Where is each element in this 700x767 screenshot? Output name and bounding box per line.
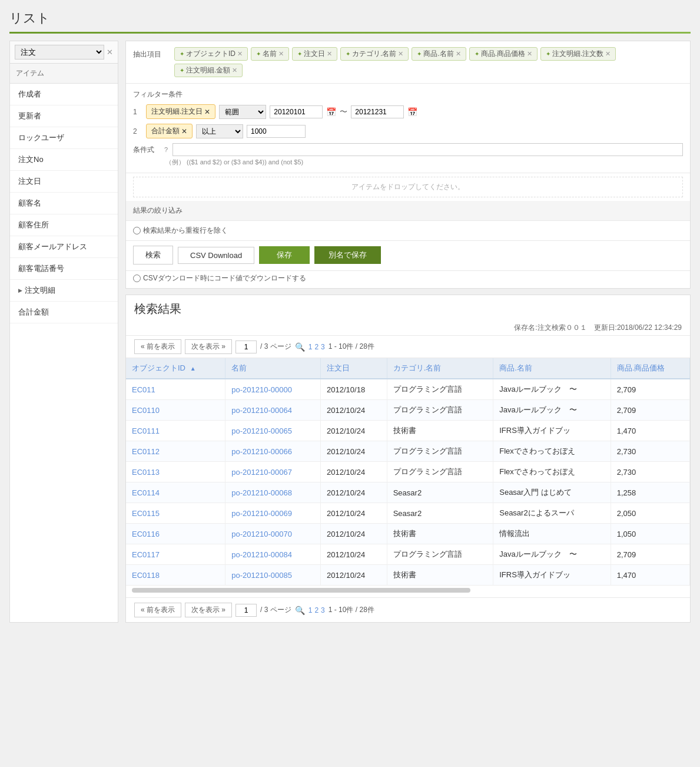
cell-data[interactable]: po-201210-00069 [225,503,321,524]
cell-id[interactable]: EC0117 [126,544,225,565]
cell-data: 1,258 [611,482,689,503]
page-link-bottom-1[interactable]: 1 [308,606,313,614]
condition-help-icon[interactable]: ? [164,146,168,153]
page-link-bottom-3[interactable]: 3 [321,606,325,614]
cell-data[interactable]: po-201210-00085 [225,565,321,586]
sidebar-item-6[interactable]: 顧客住所 [10,214,118,236]
page-link-1[interactable]: 1 [308,343,313,351]
sidebar-item-5[interactable]: 顧客名 [10,193,118,214]
cell-data[interactable]: po-201210-00065 [225,421,321,441]
cell-data: 2,709 [611,400,689,421]
save-button[interactable]: 保存 [259,246,310,264]
col-header-0[interactable]: オブジェクトID ▲ [126,358,225,379]
date-separator-1: 〜 [340,107,347,117]
extract-tag-close-5[interactable]: ✕ [527,50,532,58]
dedup-radio[interactable] [133,227,141,234]
filter-date-from-1[interactable] [270,105,323,118]
sidebar-item-3[interactable]: 注文No [10,149,118,171]
cell-data: 2012/10/24 [321,462,387,482]
filter-value-2[interactable] [247,125,306,138]
sidebar-item-2[interactable]: ロックユーザ [10,127,118,149]
prev-page-button[interactable]: « 前を表示 [134,339,181,354]
cell-data: 2012/10/18 [321,379,387,400]
cell-data: 2012/10/24 [321,565,387,586]
cell-data[interactable]: po-201210-00084 [225,544,321,565]
total-pages: / 3 ページ [260,342,291,352]
cell-data: プログラミング言語 [387,400,493,421]
extract-tag-close-7[interactable]: ✕ [232,67,237,74]
page-link-3[interactable]: 3 [321,343,325,351]
saveas-button[interactable]: 別名で保存 [314,246,381,264]
sidebar-item-4[interactable]: 注文日 [10,171,118,193]
calendar-icon-1[interactable]: 📅 [326,107,336,117]
cell-data: 2012/10/24 [321,503,387,524]
extract-tag-3: ✦ カテゴリ.名前 ✕ [340,47,409,61]
cell-data: Flexでさわっておぼえ [493,462,611,482]
cell-data[interactable]: po-201210-00066 [225,441,321,462]
cell-id[interactable]: EC0113 [126,462,225,482]
extract-tag-star-4: ✦ [417,51,422,57]
search-button[interactable]: 検索 [133,246,173,265]
sidebar-item-8[interactable]: 顧客電話番号 [10,258,118,280]
cell-id[interactable]: EC0116 [126,524,225,544]
cell-data: 技術書 [387,524,493,544]
sidebar: 注文 ✕ アイテム 作成者更新者ロックユーザ注文No注文日顧客名顧客住所顧客メー… [9,41,118,623]
filter-tag-close-1[interactable]: ✕ [204,108,210,116]
dedup-label: 検索結果から重複行を除く [143,226,228,236]
filter-date-to-1[interactable] [351,105,404,118]
cell-id[interactable]: EC0114 [126,482,225,503]
page-input-bottom[interactable] [235,604,257,617]
extract-tag-close-4[interactable]: ✕ [456,50,461,58]
cell-data: Seasar2 [387,482,493,503]
extract-tag-star-3: ✦ [346,51,350,57]
sidebar-item-9[interactable]: 注文明細 [10,280,118,302]
page-link-2[interactable]: 2 [314,343,319,351]
sidebar-item-0[interactable]: 作成者 [10,84,118,105]
sidebar-dropdown-select[interactable]: 注文 [15,45,104,59]
condition-input[interactable] [172,143,683,156]
cell-id[interactable]: EC0112 [126,441,225,462]
extract-tag-close-6[interactable]: ✕ [605,50,611,58]
extract-tag-close-2[interactable]: ✕ [327,50,332,58]
csv-option-radio[interactable] [133,275,141,282]
cell-id[interactable]: EC011 [126,379,225,400]
sidebar-item-7[interactable]: 顧客メールアドレス [10,236,118,258]
dropdown-x-icon[interactable]: ✕ [107,48,113,57]
cell-data[interactable]: po-201210-00068 [225,482,321,503]
cell-id[interactable]: EC0118 [126,565,225,586]
page-input[interactable] [235,340,257,353]
csv-download-button[interactable]: CSV Download [178,247,254,264]
next-page-bottom-button[interactable]: 次を表示 » [185,603,232,617]
filter-type-select-1[interactable]: 範囲 [219,105,266,119]
extract-tag-close-3[interactable]: ✕ [398,50,403,58]
search-icon-bottom[interactable]: 🔍 [295,606,305,615]
search-icon[interactable]: 🔍 [295,342,305,352]
cell-id[interactable]: EC0115 [126,503,225,524]
cell-data[interactable]: po-201210-00067 [225,462,321,482]
cell-id[interactable]: EC0110 [126,400,225,421]
page-link-bottom-2[interactable]: 2 [314,606,319,614]
next-page-button[interactable]: 次を表示 » [185,339,232,354]
col-header-3: カテゴリ.名前 [387,358,493,379]
cell-data[interactable]: po-201210-00000 [225,379,321,400]
sidebar-item-1[interactable]: 更新者 [10,105,118,127]
extract-tag-7: ✦ 注文明細.金額 ✕ [174,64,243,77]
filter-tag-label-1: 注文明細.注文日 [151,107,203,117]
calendar-icon-2[interactable]: 📅 [407,107,417,117]
filter-type-select-2[interactable]: 以上 [196,124,243,138]
sidebar-item-10[interactable]: 合計金額 [10,302,118,323]
cell-id[interactable]: EC0111 [126,421,225,441]
drop-zone: アイテムをドロップしてください。 [133,177,683,197]
filter-row-num-2: 2 [133,127,142,135]
extract-tag-4: ✦ 商品.名前 ✕ [412,47,466,61]
cell-data[interactable]: po-201210-00070 [225,524,321,544]
table-row: EC0113po-201210-000672012/10/24プログラミング言語… [126,462,690,482]
extract-tag-close-1[interactable]: ✕ [278,50,284,58]
col-header-5: 商品.商品価格 [611,358,689,379]
scroll-indicator[interactable] [132,588,470,593]
cell-data[interactable]: po-201210-00064 [225,400,321,421]
cell-data: 2,730 [611,441,689,462]
filter-tag-close-2[interactable]: ✕ [181,127,187,135]
prev-page-bottom-button[interactable]: « 前を表示 [134,603,181,617]
extract-tag-close-0[interactable]: ✕ [237,50,243,58]
